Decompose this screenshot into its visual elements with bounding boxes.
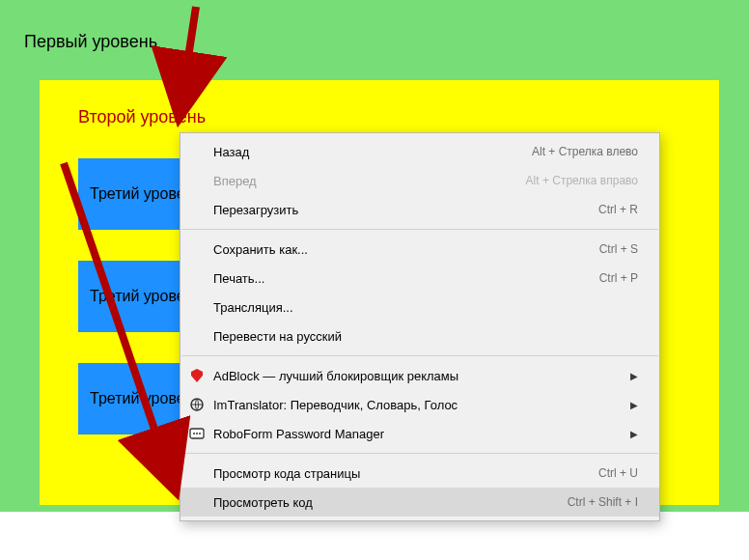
svg-point-5 [199, 433, 201, 434]
roboform-icon [188, 425, 206, 442]
ctx-cast[interactable]: Трансляция... [180, 293, 659, 322]
ctx-shortcut: Ctrl + U [598, 466, 638, 480]
ctx-label: Перезагрузить [213, 203, 598, 217]
ctx-label: AdBlock — лучший блокировщик рекламы [213, 369, 623, 383]
ctx-ext-adblock[interactable]: AdBlock — лучший блокировщик рекламы ▶ [180, 361, 659, 390]
ctx-label: Печать... [213, 271, 599, 286]
ctx-ext-roboform[interactable]: RoboForm Password Manager ▶ [180, 419, 659, 448]
ctx-reload[interactable]: Перезагрузить Ctrl + R [180, 195, 659, 224]
ctx-print[interactable]: Печать... Ctrl + P [180, 264, 659, 293]
chevron-right-icon: ▶ [630, 400, 638, 410]
ctx-shortcut: Alt + Стрелка влево [532, 145, 638, 158]
ctx-save-as[interactable]: Сохранить как... Ctrl + S [180, 235, 659, 264]
separator-icon [181, 453, 658, 454]
level1-label: Первый уровень [24, 32, 157, 52]
ctx-forward: Вперед Alt + Стрелка вправо [180, 166, 659, 195]
chevron-right-icon: ▶ [630, 371, 638, 381]
svg-marker-0 [191, 369, 203, 382]
ctx-label: Просмотреть код [213, 495, 568, 510]
ctx-label: ImTranslator: Переводчик, Словарь, Голос [213, 398, 623, 412]
imtranslator-icon [188, 396, 206, 413]
ctx-translate[interactable]: Перевести на русский [180, 322, 659, 350]
svg-point-3 [193, 433, 195, 434]
chevron-right-icon: ▶ [630, 429, 638, 439]
svg-point-4 [196, 433, 198, 434]
level1-container: Первый уровень Второй уровень Третий уро… [0, 0, 749, 512]
context-menu[interactable]: Назад Alt + Стрелка влево Вперед Alt + С… [180, 132, 660, 521]
ctx-label: Перевести на русский [213, 329, 638, 344]
ctx-label: Сохранить как... [213, 242, 599, 257]
ctx-label: RoboForm Password Manager [213, 427, 623, 441]
ctx-shortcut: Ctrl + S [599, 242, 638, 256]
ctx-inspect[interactable]: Просмотреть код Ctrl + Shift + I [180, 488, 659, 517]
ctx-shortcut: Alt + Стрелка вправо [526, 174, 638, 187]
separator-icon [181, 355, 658, 356]
ctx-back[interactable]: Назад Alt + Стрелка влево [180, 137, 659, 166]
ctx-view-source[interactable]: Просмотр кода страницы Ctrl + U [180, 459, 659, 488]
ctx-label: Просмотр кода страницы [213, 466, 598, 481]
separator-icon [181, 229, 658, 230]
ctx-ext-imtranslator[interactable]: ImTranslator: Переводчик, Словарь, Голос… [180, 390, 659, 419]
ctx-label: Назад [213, 145, 532, 159]
ctx-shortcut: Ctrl + R [598, 203, 638, 216]
level2-label: Второй уровень [78, 107, 680, 127]
ctx-label: Вперед [213, 174, 526, 188]
ctx-label: Трансляция... [213, 300, 638, 315]
adblock-icon [188, 367, 206, 384]
ctx-shortcut: Ctrl + P [599, 271, 638, 285]
ctx-shortcut: Ctrl + Shift + I [568, 495, 638, 509]
